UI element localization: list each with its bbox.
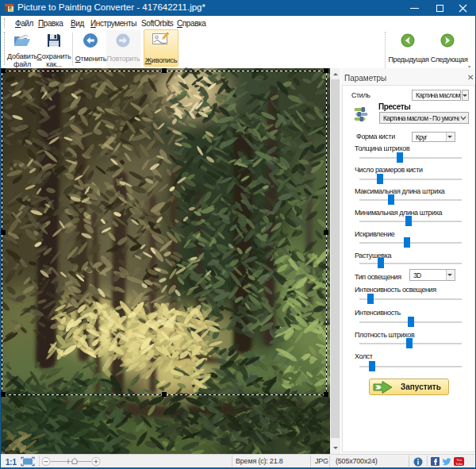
svg-text:Tube: Tube <box>455 462 463 466</box>
